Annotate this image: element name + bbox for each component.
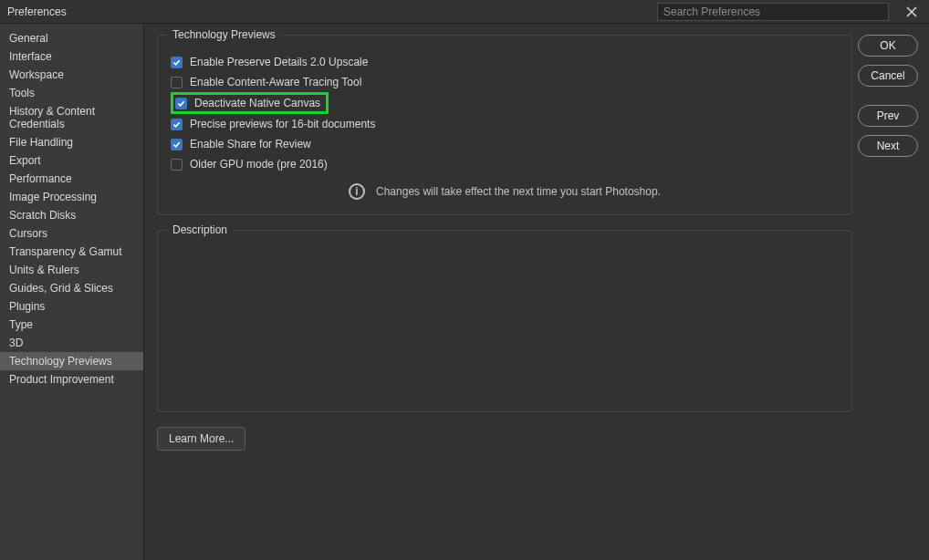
- sidebar-item-history-content-credentials[interactable]: History & Content Credentials: [0, 102, 143, 133]
- tech-previews-group: Technology Previews Enable Preserve Deta…: [157, 35, 852, 215]
- check-icon: [177, 99, 185, 108]
- sidebar-item-scratch-disks[interactable]: Scratch Disks: [0, 206, 143, 224]
- info-text: Changes will take effect the next time y…: [376, 185, 661, 198]
- checkbox-label: Enable Share for Review: [190, 138, 311, 150]
- check-icon: [172, 58, 181, 67]
- checkbox-box: [171, 57, 183, 68]
- content-area: Technology Previews Enable Preserve Deta…: [144, 24, 858, 560]
- close-icon: [905, 5, 918, 18]
- info-icon: i: [349, 183, 365, 200]
- checkbox-deactivate-native-canvas[interactable]: Deactivate Native Canvas: [171, 92, 329, 114]
- info-row: i Changes will take effect the next time…: [171, 174, 839, 202]
- prev-button[interactable]: Prev: [858, 105, 918, 127]
- sidebar-item-image-processing[interactable]: Image Processing: [0, 188, 143, 206]
- checkbox-box: [175, 98, 187, 109]
- next-button[interactable]: Next: [858, 135, 918, 157]
- group-legend: Technology Previews: [167, 28, 281, 41]
- sidebar-item-performance[interactable]: Performance: [0, 170, 143, 188]
- checkbox-label: Enable Content-Aware Tracing Tool: [190, 76, 361, 88]
- check-icon: [172, 140, 181, 149]
- main-panel: Technology Previews Enable Preserve Deta…: [144, 24, 929, 560]
- checkbox-label: Enable Preserve Details 2.0 Upscale: [190, 56, 368, 68]
- sidebar-item-guides-grid-slices[interactable]: Guides, Grid & Slices: [0, 279, 143, 297]
- checkbox-box: [171, 159, 183, 171]
- sidebar-item-file-handling[interactable]: File Handling: [0, 133, 143, 151]
- description-group: Description: [157, 230, 852, 412]
- dialog-body: GeneralInterfaceWorkspaceToolsHistory & …: [0, 24, 929, 560]
- close-button[interactable]: [902, 2, 922, 22]
- checkbox-enable-content-aware-tracing-tool[interactable]: Enable Content-Aware Tracing Tool: [171, 72, 839, 92]
- checkbox-label: Older GPU mode (pre 2016): [190, 158, 328, 171]
- search-input[interactable]: [657, 3, 889, 21]
- sidebar-item-type[interactable]: Type: [0, 316, 143, 334]
- sidebar-item-units-rulers[interactable]: Units & Rulers: [0, 261, 143, 279]
- checkbox-label: Precise previews for 16-bit documents: [190, 118, 375, 130]
- checkbox-enable-preserve-details-2-0-upscale[interactable]: Enable Preserve Details 2.0 Upscale: [171, 52, 839, 72]
- sidebar-item-tools[interactable]: Tools: [0, 84, 143, 102]
- checkbox-box: [171, 119, 183, 130]
- check-icon: [172, 120, 181, 129]
- sidebar-item-technology-previews[interactable]: Technology Previews: [0, 352, 143, 370]
- sidebar-item-plugins[interactable]: Plugins: [0, 297, 143, 316]
- group-legend: Description: [167, 223, 233, 236]
- titlebar: Preferences: [0, 0, 929, 24]
- checkbox-label: Deactivate Native Canvas: [194, 97, 320, 109]
- sidebar-item-product-improvement[interactable]: Product Improvement: [0, 370, 143, 389]
- sidebar-item-cursors[interactable]: Cursors: [0, 224, 143, 243]
- ok-button[interactable]: OK: [858, 35, 918, 57]
- sidebar-item-transparency-gamut[interactable]: Transparency & Gamut: [0, 243, 143, 261]
- window-title: Preferences: [7, 5, 67, 18]
- sidebar-item-export[interactable]: Export: [0, 151, 143, 170]
- sidebar-item-3d[interactable]: 3D: [0, 334, 143, 352]
- checkbox-enable-share-for-review[interactable]: Enable Share for Review: [171, 134, 839, 154]
- checkbox-box: [171, 77, 183, 88]
- cancel-button[interactable]: Cancel: [858, 65, 918, 87]
- sidebar-item-workspace[interactable]: Workspace: [0, 66, 143, 84]
- checkbox-precise-previews-for-16-bit-documents[interactable]: Precise previews for 16-bit documents: [171, 114, 839, 134]
- learn-more-button[interactable]: Learn More...: [157, 427, 245, 451]
- sidebar: GeneralInterfaceWorkspaceToolsHistory & …: [0, 24, 144, 560]
- sidebar-item-general[interactable]: General: [0, 29, 143, 47]
- sidebar-item-interface[interactable]: Interface: [0, 47, 143, 66]
- dialog-buttons: OK Cancel Prev Next: [858, 24, 929, 560]
- checkbox-box: [171, 139, 183, 150]
- checkbox-older-gpu-mode-pre-2016-[interactable]: Older GPU mode (pre 2016): [171, 154, 839, 174]
